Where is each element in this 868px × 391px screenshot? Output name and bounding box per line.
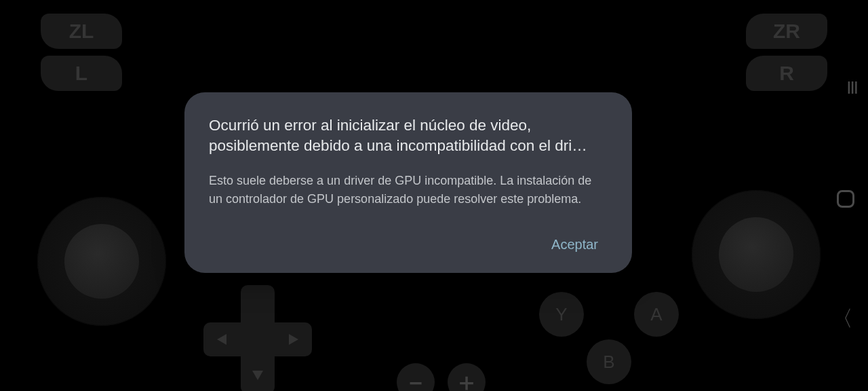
dpad[interactable] [203,285,312,391]
accept-button[interactable]: Aceptar [542,231,608,258]
dpad-left-icon [217,334,226,345]
error-dialog: Ocurrió un error al inicializar el núcle… [184,92,632,273]
dpad-down-icon [252,371,263,380]
left-stick-cap [64,224,139,299]
a-button[interactable]: A [634,292,679,337]
right-stick[interactable] [692,190,821,319]
minus-button[interactable]: － [397,363,435,391]
right-stick-cap [719,217,793,292]
plus-button[interactable]: ＋ [448,363,486,391]
dialog-body: Esto suele deberse a un driver de GPU in… [209,172,608,208]
recents-icon[interactable]: III [846,77,857,98]
dialog-title: Ocurrió un error al inicializar el núcle… [209,115,608,157]
back-icon[interactable]: 〈 [831,304,853,334]
b-button[interactable]: B [587,339,631,384]
zl-button[interactable]: ZL [41,14,122,49]
l-button[interactable]: L [41,56,122,91]
left-stick[interactable] [37,197,166,326]
dpad-right-icon [289,334,298,345]
home-icon[interactable] [837,190,854,208]
zr-button[interactable]: ZR [746,14,827,49]
y-button[interactable]: Y [539,292,584,337]
r-button[interactable]: R [746,56,827,91]
dialog-actions: Aceptar [209,231,608,258]
